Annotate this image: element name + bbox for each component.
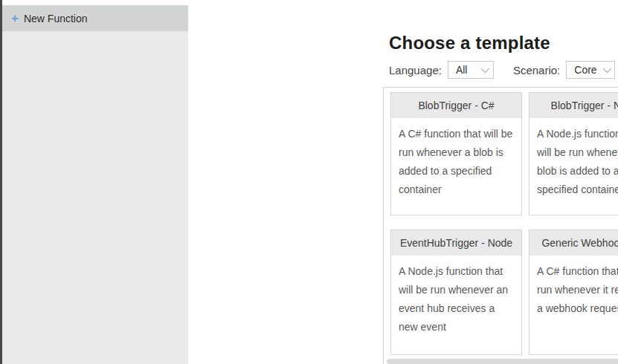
scenario-select[interactable]: Core [566, 61, 615, 79]
template-card-description: A Node.js function that will be run when… [530, 118, 618, 199]
template-card-generic-webhook-csharp[interactable]: Generic Webhook - C# A C# function that … [529, 230, 618, 355]
template-picker-panel: Choose a template Language: All Scenario… [188, 0, 618, 364]
chevron-down-icon [481, 65, 489, 73]
page-title: Choose a template [389, 33, 550, 53]
new-function-button[interactable]: + New Function [2, 5, 188, 31]
template-card-description: A C# function that will be run whenever … [391, 118, 521, 199]
filter-bar: Language: All Scenario: Core [389, 60, 615, 79]
scenario-label: Scenario: [513, 64, 560, 77]
template-card-title: Generic Webhook - C# [530, 230, 618, 256]
language-label: Language: [389, 64, 442, 77]
chevron-down-icon [602, 65, 611, 73]
template-grid: BlobTrigger - C# A C# function that will… [390, 92, 618, 355]
app-window: + New Function Choose a template Languag… [0, 0, 618, 364]
template-card-title: BlobTrigger - Node [530, 93, 618, 118]
horizontal-scrollbar[interactable] [387, 359, 618, 364]
scenario-select-value: Core [574, 64, 596, 76]
sidebar-top-strip [2, 0, 188, 5]
new-function-label: New Function [24, 13, 88, 25]
template-card-description: A C# function that will be run whenever … [530, 256, 618, 318]
template-card-description: A Node.js function that will be run when… [391, 256, 521, 337]
template-card-blobtrigger-node[interactable]: BlobTrigger - Node A Node.js function th… [529, 92, 618, 215]
template-list-container: BlobTrigger - C# A C# function that will… [383, 87, 618, 364]
template-card-blobtrigger-csharp[interactable]: BlobTrigger - C# A C# function that will… [390, 92, 522, 215]
template-card-title: BlobTrigger - C# [391, 93, 521, 118]
window-left-edge [0, 0, 2, 364]
template-card-title: EventHubTrigger - Node [391, 230, 521, 256]
function-list-sidebar: + New Function [0, 0, 188, 364]
template-card-eventhubtrigger-node[interactable]: EventHubTrigger - Node A Node.js functio… [390, 230, 522, 355]
language-select-value: All [456, 64, 468, 76]
plus-icon: + [11, 12, 19, 25]
language-select[interactable]: All [448, 61, 494, 79]
